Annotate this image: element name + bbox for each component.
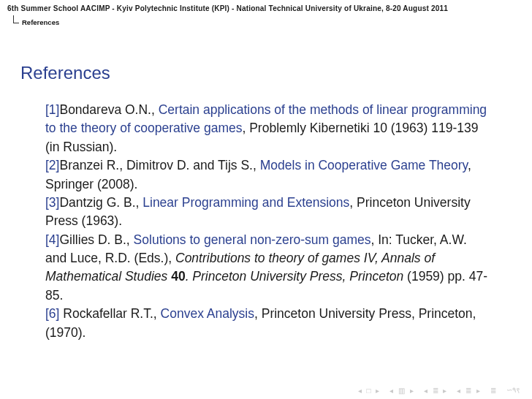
reference-item: [3]Dantzig G. B., Linear Programming and… bbox=[45, 194, 490, 231]
reference-item: [1]Bondareva O.N., Certain applications … bbox=[45, 101, 490, 156]
nav-subsection-icon[interactable]: ◂ ≣ ▸ bbox=[424, 387, 449, 395]
ref-authors: Dantzig G. B., bbox=[59, 195, 142, 210]
ref-title: Convex Analysis bbox=[161, 306, 254, 321]
breadcrumb: References bbox=[0, 14, 532, 26]
reference-item: [2]Branzei R., Dimitrov D. and Tijs S., … bbox=[45, 156, 490, 194]
slide-content: References [1]Bondareva O.N., Certain ap… bbox=[0, 26, 532, 342]
ref-authors: Gillies D. B., bbox=[59, 232, 133, 247]
page-title: References bbox=[20, 63, 490, 83]
nav-frame-icon[interactable]: ◂ ≣ ▸ bbox=[457, 387, 482, 395]
header-line: 6th Summer School AACIMP - Kyiv Polytech… bbox=[0, 0, 532, 14]
references-list: [1]Bondareva O.N., Certain applications … bbox=[20, 101, 490, 342]
ref-title: Solutions to general non-zero-sum games bbox=[134, 232, 371, 247]
ref-title: Linear Programming and Extensions bbox=[142, 195, 349, 210]
nav-section-icon[interactable]: ◂ ▥ ▸ bbox=[390, 387, 415, 395]
nav-search-icon[interactable]: ∽۹९ bbox=[506, 386, 522, 395]
ref-bold: 40 bbox=[171, 269, 185, 284]
ref-authors: Bondareva O.N., bbox=[59, 102, 158, 117]
ref-authors: Rockafellar R.T., bbox=[59, 306, 160, 321]
ref-num: [1] bbox=[45, 102, 59, 117]
reference-item: [4]Gillies D. B., Solutions to general n… bbox=[45, 231, 490, 305]
nav-goto-icon[interactable]: ≣ bbox=[490, 387, 498, 395]
ref-num: [6] bbox=[45, 306, 59, 321]
ref-italic: . Princeton University Press, Princeton bbox=[186, 269, 404, 284]
ref-num: [2] bbox=[45, 158, 59, 172]
reference-item: [6] Rockafellar R.T., Convex Analysis, P… bbox=[45, 305, 490, 342]
ref-num: [3] bbox=[45, 195, 59, 210]
ref-title: Models in Cooperative Game Theory bbox=[260, 158, 468, 172]
ref-num: [4] bbox=[45, 232, 59, 247]
beamer-nav: ◂ □ ▸ ◂ ▥ ▸ ◂ ≣ ▸ ◂ ≣ ▸ ≣ ∽۹९ bbox=[358, 386, 522, 395]
nav-back-icon[interactable]: ◂ □ ▸ bbox=[358, 387, 381, 395]
ref-authors: Branzei R., Dimitrov D. and Tijs S., bbox=[59, 158, 259, 172]
